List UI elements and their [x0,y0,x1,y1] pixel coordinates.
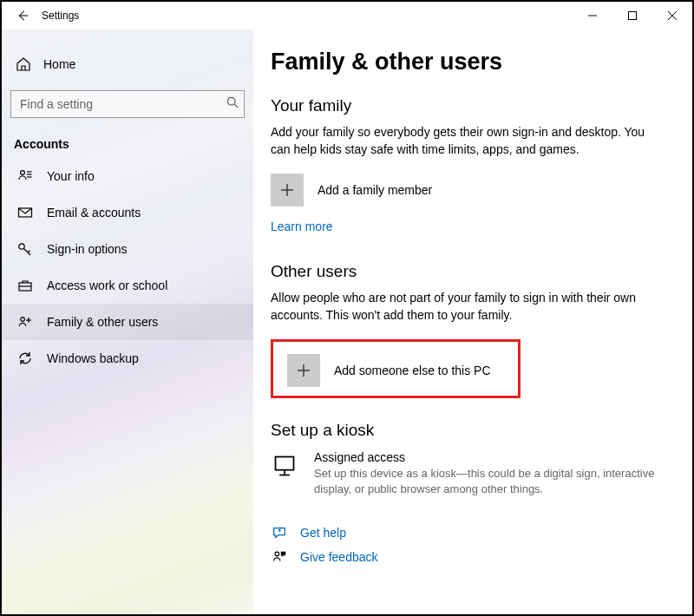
get-help-link[interactable]: Get help [271,524,668,541]
sidebar-item-label: Access work or school [47,279,167,292]
tile-label: Add someone else to this PC [334,364,491,377]
svg-line-5 [234,104,238,108]
page-title: Family & other users [271,49,668,75]
sidebar-item-email[interactable]: Email & accounts [2,194,253,231]
sync-icon [17,351,33,366]
content-area: Family & other users Your family Add you… [253,29,692,614]
section-desc: Allow people who are not part of your fa… [271,290,652,324]
svg-point-14 [21,318,25,322]
section-desc: Add your family so everybody gets their … [271,124,652,158]
back-icon[interactable] [16,9,29,23]
plus-icon [287,354,320,387]
person-icon [17,168,33,184]
add-family-member-button[interactable]: Add a family member [271,174,668,206]
sidebar-item-label: Family & other users [47,315,158,329]
assigned-access-button[interactable]: Assigned access Set up this device as a … [271,450,668,496]
sidebar: Home Accounts Your info Email & accounts [2,29,253,614]
monitor-icon [271,452,298,480]
key-icon [17,241,33,257]
sidebar-item-signin[interactable]: Sign-in options [2,231,253,267]
section-other-users: Other users Allow people who are not par… [271,262,668,324]
feedback-icon [271,548,288,566]
link-label: Give feedback [300,550,378,564]
close-button[interactable] [652,2,692,29]
section-heading: Other users [271,262,668,281]
sidebar-item-label: Sign-in options [47,242,128,256]
sidebar-item-label: Windows backup [47,351,139,365]
titlebar: Settings [2,2,692,29]
tile-label: Add a family member [318,183,432,197]
window-controls [573,2,692,29]
plus-icon [271,174,304,206]
window-title: Settings [42,10,79,22]
section-kiosk: Set up a kiosk Assigned access Set up th… [271,421,668,496]
kiosk-item-title: Assigned access [314,450,661,464]
sidebar-item-your-info[interactable]: Your info [2,158,253,194]
people-icon [17,314,33,330]
link-label: Get help [300,526,346,540]
section-your-family: Your family Add your family so everybody… [271,96,668,234]
sidebar-item-work[interactable]: Access work or school [2,267,253,304]
maximize-button[interactable] [612,2,652,29]
section-heading: Your family [271,96,668,115]
mail-icon [17,205,33,220]
sidebar-category: Accounts [14,137,245,151]
chat-icon [271,524,288,541]
add-other-user-highlight: Add someone else to this PC [271,339,520,398]
kiosk-item-desc: Set up this device as a kiosk—this could… [314,466,661,496]
sidebar-home[interactable]: Home [10,47,245,82]
learn-more-link[interactable]: Learn more [271,220,333,233]
search-input[interactable] [18,96,226,112]
svg-point-25 [275,553,279,557]
svg-point-6 [21,171,25,175]
briefcase-icon [17,278,33,293]
add-other-user-button[interactable]: Add someone else to this PC [287,354,504,387]
svg-rect-1 [629,12,637,20]
give-feedback-link[interactable]: Give feedback [271,548,668,566]
settings-search[interactable] [10,90,245,118]
svg-rect-21 [276,457,294,470]
help-links: Get help Give feedback [271,524,668,566]
svg-point-11 [19,244,24,249]
sidebar-item-label: Your info [47,169,95,183]
sidebar-item-backup[interactable]: Windows backup [2,340,253,377]
sidebar-home-label: Home [43,57,75,71]
section-heading: Set up a kiosk [271,421,668,440]
minimize-button[interactable] [573,2,612,29]
sidebar-item-label: Email & accounts [47,206,141,220]
home-icon [16,56,31,72]
search-icon [226,96,239,112]
svg-point-4 [227,97,235,105]
sidebar-item-family[interactable]: Family & other users [2,304,253,340]
